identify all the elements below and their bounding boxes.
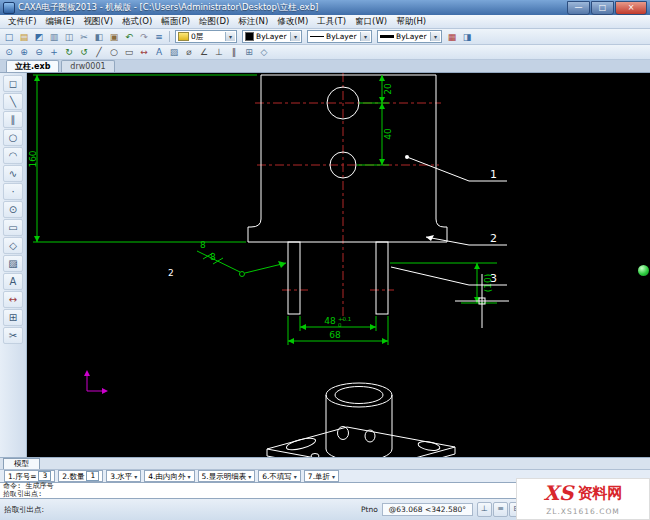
previous-view-icon[interactable]: ↺ — [77, 46, 91, 58]
option-quantity[interactable]: 2.数量 1 — [58, 470, 103, 482]
erase-icon[interactable]: ✂ — [3, 327, 23, 344]
properties-icon[interactable]: ◨ — [460, 31, 474, 43]
option-serial[interactable]: 1.序号= 3 — [4, 470, 55, 482]
option-quantity-value[interactable]: 1 — [86, 471, 99, 481]
title-bar: CAXA电子图板2013 - 机械版 - [C:\Users\Administr… — [0, 0, 650, 15]
menu-paper[interactable]: 幅面(P) — [157, 16, 194, 28]
option-fold[interactable]: 7.单折 ▾ — [304, 470, 339, 482]
main-area: ◻╲∥○◠∿·⊙▭◇▨A↔⊞✂ — [0, 73, 650, 457]
chevron-down-icon[interactable]: ▾ — [360, 32, 370, 41]
chevron-down-icon[interactable]: ▾ — [225, 32, 235, 41]
print-icon[interactable]: ▥ — [47, 31, 61, 43]
toolbar-view: ⊙⊕⊖+↻↺╱○▭↔A▨⌀∠⊥∥⊞◇ — [0, 45, 650, 60]
ellipse-icon[interactable]: ⊙ — [3, 201, 23, 218]
undo-icon[interactable]: ↶ — [122, 31, 136, 43]
menu-window[interactable]: 窗口(W) — [351, 16, 391, 28]
chevron-down-icon: ▾ — [248, 472, 251, 481]
circle-tool-icon[interactable]: ○ — [107, 46, 121, 58]
dimension-tool-icon[interactable]: ↔ — [137, 46, 151, 58]
assistant-ball-button[interactable] — [638, 265, 649, 276]
snap-tool-icon[interactable]: ◇ — [257, 46, 271, 58]
option-horizontal-label: 3.水平 — [110, 472, 132, 481]
color-combo[interactable]: ByLayer ▾ — [242, 30, 302, 43]
menu-view[interactable]: 视图(V) — [80, 16, 117, 28]
dimension-icon[interactable]: ↔ — [3, 291, 23, 308]
tab-drw0001[interactable]: drw0001 — [61, 60, 114, 72]
option-fill-label: 6.不填写 — [262, 472, 292, 481]
menu-bar: 文件(F) 编辑(E) 视图(V) 格式(O) 幅面(P) 绘图(D) 标注(N… — [0, 15, 650, 29]
diameter-tool-icon[interactable]: ⌀ — [182, 46, 196, 58]
drawing-canvas[interactable]: 160 20 40 48 +0.1 0 68 (10) 8 8 — [27, 73, 650, 457]
model-tab[interactable]: 模型 — [3, 458, 40, 470]
line-tool-icon[interactable]: ╱ — [92, 46, 106, 58]
rectangle-icon[interactable]: ▭ — [3, 219, 23, 236]
spline-icon[interactable]: ∿ — [3, 165, 23, 182]
parallel-line-icon[interactable]: ∥ — [3, 111, 23, 128]
watermark-site: ZL.XS1616.COM — [517, 507, 649, 516]
menu-file[interactable]: 文件(F) — [4, 16, 41, 28]
block-icon[interactable]: ⊞ — [3, 309, 23, 326]
zoom-dynamic-icon[interactable]: ⊙ — [2, 46, 16, 58]
zoom-out-icon[interactable]: ⊖ — [32, 46, 46, 58]
cut-icon[interactable]: ✂ — [77, 31, 91, 43]
paste-icon[interactable]: ▣ — [107, 31, 121, 43]
text-tool-icon[interactable]: A — [152, 46, 166, 58]
tab-lizhu-exb[interactable]: 立柱.exb — [6, 60, 59, 72]
chevron-down-icon[interactable]: ▾ — [290, 32, 300, 41]
save-file-icon[interactable]: ◩ — [32, 31, 46, 43]
layer-combo[interactable]: 0层 ▾ — [175, 30, 237, 43]
copy-icon[interactable]: ◧ — [92, 31, 106, 43]
pan-view-icon[interactable]: + — [47, 46, 61, 58]
chevron-down-icon: ▾ — [294, 472, 297, 481]
chevron-down-icon[interactable]: ▾ — [430, 32, 440, 41]
menu-draw[interactable]: 绘图(D) — [195, 16, 233, 28]
minimize-button[interactable]: — — [567, 1, 590, 15]
layer-combo-value: 0层 — [189, 32, 225, 42]
maximize-button[interactable]: □ — [591, 1, 614, 15]
close-button[interactable]: × — [615, 1, 647, 15]
layer-manager-icon[interactable]: ≡ — [152, 31, 166, 43]
redo-icon[interactable]: ↷ — [137, 31, 151, 43]
option-horizontal[interactable]: 3.水平 ▾ — [106, 470, 141, 482]
new-file-icon[interactable]: □ — [2, 31, 16, 43]
open-file-icon[interactable]: ▤ — [17, 31, 31, 43]
block-tool-icon[interactable]: ⊞ — [242, 46, 256, 58]
arc-icon[interactable]: ◠ — [3, 147, 23, 164]
hatch-icon[interactable]: ▨ — [3, 255, 23, 272]
regen-view-icon[interactable]: ↻ — [62, 46, 76, 58]
menu-format[interactable]: 格式(O) — [118, 16, 156, 28]
hatch-tool-icon[interactable]: ▨ — [167, 46, 181, 58]
option-serial-value[interactable]: 3 — [38, 471, 51, 481]
angle-tool-icon[interactable]: ∠ — [197, 46, 211, 58]
option-bom[interactable]: 5.显示明细表 ▾ — [198, 470, 256, 482]
callout-1: 1 — [490, 168, 497, 181]
option-fill[interactable]: 6.不填写 ▾ — [258, 470, 301, 482]
ortho-tool-icon[interactable]: ⊥ — [212, 46, 226, 58]
select-icon[interactable]: ◻ — [3, 75, 23, 92]
menu-tools[interactable]: 工具(T) — [313, 16, 350, 28]
parallel-tool-icon[interactable]: ∥ — [227, 46, 241, 58]
line-icon[interactable]: ╲ — [3, 93, 23, 110]
color-palette-icon[interactable]: ▦ — [445, 31, 459, 43]
linetype-swatch-icon — [310, 36, 324, 37]
document-tab-bar: 立柱.exb drw0001 — [0, 60, 650, 73]
linetype-combo[interactable]: ByLayer ▾ — [307, 30, 372, 43]
text-icon[interactable]: A — [3, 273, 23, 290]
coordinate-display: @63.068 <342.580° — [382, 503, 473, 516]
zoom-in-icon[interactable]: ⊕ — [17, 46, 31, 58]
ortho-toggle-icon[interactable]: ⊥ — [477, 502, 492, 517]
menu-help[interactable]: 帮助(H) — [392, 16, 430, 28]
point-icon[interactable]: · — [3, 183, 23, 200]
menu-modify[interactable]: 修改(M) — [273, 16, 312, 28]
sheet-tab-bar: 模型 — [0, 457, 650, 469]
polygon-icon[interactable]: ◇ — [3, 237, 23, 254]
menu-edit[interactable]: 编辑(E) — [42, 16, 79, 28]
option-direction[interactable]: 4.由内向外 ▾ — [144, 470, 194, 482]
circle-icon[interactable]: ○ — [3, 129, 23, 146]
menu-dimension[interactable]: 标注(N) — [234, 16, 272, 28]
linewidth-toggle-icon[interactable]: ≡ — [493, 502, 508, 517]
linetype-combo-value: ByLayer — [324, 32, 360, 41]
rect-tool-icon[interactable]: ▭ — [122, 46, 136, 58]
print-preview-icon[interactable]: ◫ — [62, 31, 76, 43]
lineweight-combo[interactable]: ByLayer ▾ — [377, 30, 442, 43]
